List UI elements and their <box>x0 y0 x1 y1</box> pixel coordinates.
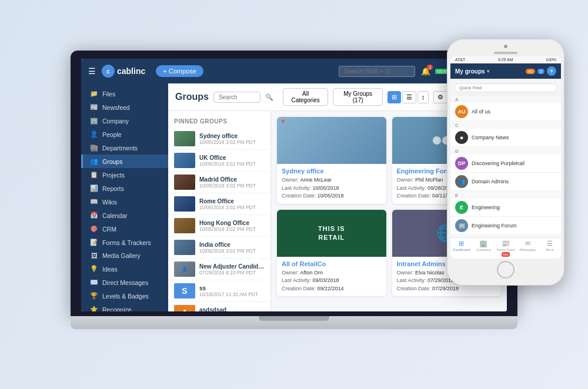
phone-header: My groups ▾ 40 3 + <box>450 63 561 79</box>
notif-badge-orange: 40 <box>526 69 535 74</box>
nav-label-newsfeed: News Feed <box>497 248 514 251</box>
wikis-icon: 📖 <box>90 198 98 206</box>
nav-label-company: Company <box>476 248 492 251</box>
sidebar-item-recognize[interactable]: ⭐ Recognize <box>81 303 168 311</box>
group-avatar: DP <box>455 157 468 170</box>
pinned-item-uk[interactable]: UK Office 10/05/2018 3:02 PM PDT <box>168 150 270 172</box>
messages-icon: ✉️ <box>90 279 98 286</box>
pinned-item-name: India office <box>199 242 265 248</box>
add-button[interactable]: + <box>547 66 556 76</box>
compose-button[interactable]: + Compose <box>156 65 203 77</box>
sidebar-item-calendar[interactable]: 📅 Calendar <box>81 209 168 222</box>
pinned-item-madrid[interactable]: Madrid Office 10/05/2018 3:02 PM PDT <box>168 172 270 193</box>
projects-icon: 📋 <box>90 171 98 179</box>
sidebar-item-company[interactable]: 🏢 Company <box>81 114 168 128</box>
pinned-thumb <box>174 131 195 146</box>
sidebar-item-reports[interactable]: 📊 Reports <box>81 182 168 195</box>
pinned-thumb: 👤 <box>174 261 195 277</box>
nav-label-messages: Messages <box>520 248 536 251</box>
sidebar-item-media[interactable]: 🖼 Media Gallery <box>81 249 168 262</box>
phone-search-input[interactable] <box>454 83 557 92</box>
phone-nav-messages[interactable]: ✉ Messages <box>517 240 539 257</box>
search-icon: 🔍 <box>265 93 273 101</box>
pinned-item-asdsdsad[interactable]: A asdsdsad 10/18/2017 10:23 AM PDT <box>168 302 270 311</box>
sidebar-label-ideas: Ideas <box>102 266 118 273</box>
sidebar-label-forms: Forms & Trackers <box>102 239 151 246</box>
category-filter[interactable]: All Categories <box>283 88 329 106</box>
pinned-label: Pinned Groups <box>168 116 270 128</box>
pinned-item-india[interactable]: India office 10/05/2018 3:02 PM PDT <box>168 237 270 259</box>
pinned-item-name: Hong Kong Office <box>199 220 265 226</box>
sidebar-item-wikis[interactable]: 📖 Wikis <box>81 195 168 209</box>
sidebar-item-files[interactable]: 📁 Files <box>81 87 168 100</box>
hamburger-icon[interactable]: ☰ <box>88 66 96 76</box>
sidebar-item-departments[interactable]: 🏬 Departments <box>81 141 168 155</box>
new-nav-badge: New <box>502 252 510 257</box>
time-text: 9:25 AM <box>498 58 513 62</box>
sidebar-label-wikis: Wikis <box>102 199 117 206</box>
sidebar-item-people[interactable]: 👤 People <box>81 128 168 141</box>
people-icon: 👤 <box>90 130 98 138</box>
phone-nav-company[interactable]: 🏢 Company <box>473 240 495 257</box>
list-view-button[interactable]: ☰ <box>402 91 416 103</box>
sidebar-item-projects[interactable]: 📋 Projects <box>81 168 168 182</box>
phone-group-discovering[interactable]: DP Discovering Purpletrail <box>450 155 561 173</box>
phone-header-title: My groups ▾ <box>455 68 489 75</box>
group-card-retailco[interactable]: THIS ISRETAIL All of RetailCo Owner: Aft… <box>277 210 386 297</box>
logo-area: c cablinc <box>102 65 145 78</box>
groups-search-input[interactable] <box>213 92 260 103</box>
phone-search-area <box>450 79 561 95</box>
settings-button[interactable]: ⚙ <box>433 91 447 103</box>
phone-group-engineering-forum[interactable]: 🏢 Engineering Forum <box>450 217 561 235</box>
group-card-body: All of RetailCo Owner: Afton Orn Last Ac… <box>277 257 386 297</box>
bell-icon[interactable]: 🔔 1 <box>421 67 430 76</box>
pinned-thumb: S <box>174 283 195 299</box>
my-groups-filter[interactable]: My Groups (17) <box>333 88 382 106</box>
view-toggle: ⊞ ☰ ↕ <box>387 91 429 103</box>
phone-group-domain-admins[interactable]: 👥 Domain Admins <box>450 173 561 191</box>
pinned-thumb <box>174 218 195 233</box>
search-input[interactable] <box>339 66 415 77</box>
laptop: ☰ c cablinc + Compose 🔔 1 NEW A <box>71 51 517 356</box>
grid-view-button[interactable]: ⊞ <box>387 91 401 103</box>
phone-group-engineering[interactable]: E Engineering <box>450 199 561 217</box>
phone-group-all-of-us[interactable]: AU All of us <box>450 103 561 121</box>
pinned-item-name: Rome Office <box>199 198 265 204</box>
pinned-item-adjuster[interactable]: 👤 New Adjuster Candidates 07/29/2018 8:1… <box>168 259 270 280</box>
groups-icon: 👥 <box>90 157 98 165</box>
phone-nav-more[interactable]: ☰ More <box>539 240 561 257</box>
sidebar-item-badges[interactable]: 🏆 Levels & Badges <box>81 289 168 303</box>
sidebar-item-groups[interactable]: 👥 Groups <box>81 155 168 168</box>
pinned-item-sydney[interactable]: Sydney office 10/05/2018 3:02 PM PDT <box>168 128 270 150</box>
pinned-item-hk[interactable]: Hong Kong Office 10/05/2018 3:02 PM PDT <box>168 215 270 237</box>
status-bar: AT&T 9:25 AM 100% <box>450 56 561 63</box>
phone-nav-dashboard[interactable]: ⊞ Dashboard <box>450 240 473 257</box>
sidebar-label-projects: Projects <box>102 172 125 179</box>
pinned-item-rome[interactable]: Rome Office 10/05/2018 3:02 PM PDT <box>168 193 270 215</box>
section-letter-d: D <box>450 147 561 155</box>
home-button[interactable] <box>497 261 514 279</box>
sort-button[interactable]: ↕ <box>417 91 429 103</box>
sidebar-label-messages: Direct Messages <box>102 279 148 286</box>
newsfeed-icon: 📰 <box>90 103 98 111</box>
dashboard-icon: ⊞ <box>459 240 464 247</box>
phone-nav-newsfeed[interactable]: 📰 News Feed New <box>495 240 517 257</box>
pinned-item-ss[interactable]: S ss 10/18/2017 11:32 AM PDT <box>168 280 270 302</box>
sidebar-item-newsfeed[interactable]: 📰 Newsfeed <box>81 100 168 114</box>
pinned-item-name: UK Office <box>199 155 265 161</box>
group-card-sydney[interactable]: 📍 Sydney office Owner: Anne McLear Last … <box>277 117 386 204</box>
sidebar-item-forms[interactable]: 📝 Forms & Trackers <box>81 236 168 249</box>
company-nav-icon: 🏢 <box>479 240 487 247</box>
sidebar-item-ideas[interactable]: 💡 Ideas <box>81 262 168 276</box>
pinned-item-info: Rome Office 10/05/2018 3:02 PM PDT <box>199 198 265 210</box>
phone-group-company-news[interactable]: ● Company News <box>450 129 561 147</box>
phone-screen: AT&T 9:25 AM 100% My groups ▾ 40 3 <box>450 56 561 259</box>
sidebar-label-groups: Groups <box>102 158 122 165</box>
logo-icon: c <box>102 65 115 78</box>
files-icon: 📁 <box>90 90 98 98</box>
sidebar-item-messages[interactable]: ✉️ Direct Messages <box>81 276 168 289</box>
group-avatar: ● <box>455 131 468 144</box>
sidebar-item-crm[interactable]: 🎯 CRM <box>81 222 168 236</box>
forms-icon: 📝 <box>90 239 98 246</box>
nav-label-dashboard: Dashboard <box>453 248 470 251</box>
